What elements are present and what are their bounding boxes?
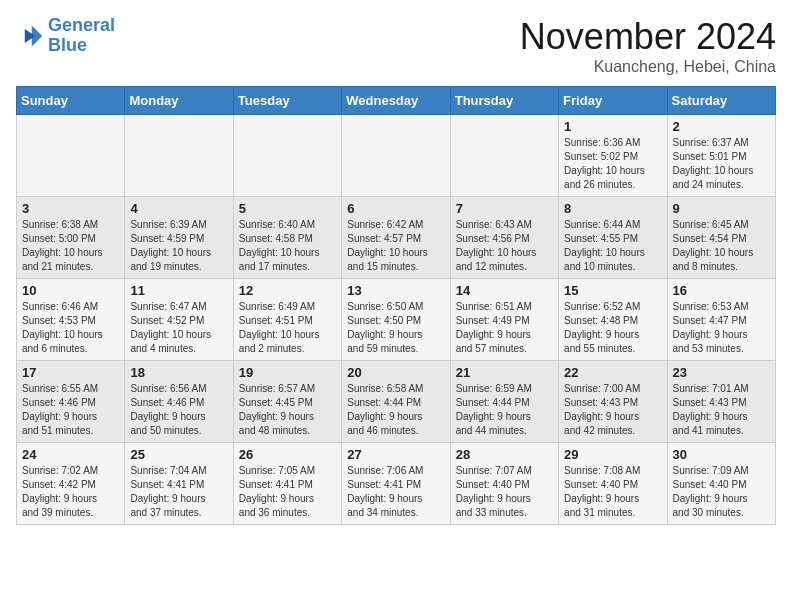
logo-icon (16, 22, 44, 50)
day-info: Sunrise: 6:47 AM Sunset: 4:52 PM Dayligh… (130, 300, 227, 356)
day-number: 14 (456, 283, 553, 298)
logo-text: General Blue (48, 16, 115, 56)
week-row-5: 24Sunrise: 7:02 AM Sunset: 4:42 PM Dayli… (17, 443, 776, 525)
day-cell: 22Sunrise: 7:00 AM Sunset: 4:43 PM Dayli… (559, 361, 667, 443)
day-number: 1 (564, 119, 661, 134)
day-info: Sunrise: 6:59 AM Sunset: 4:44 PM Dayligh… (456, 382, 553, 438)
day-cell: 30Sunrise: 7:09 AM Sunset: 4:40 PM Dayli… (667, 443, 775, 525)
day-number: 26 (239, 447, 336, 462)
day-number: 12 (239, 283, 336, 298)
weekday-wednesday: Wednesday (342, 87, 450, 115)
day-number: 11 (130, 283, 227, 298)
day-number: 27 (347, 447, 444, 462)
day-cell: 8Sunrise: 6:44 AM Sunset: 4:55 PM Daylig… (559, 197, 667, 279)
day-cell: 1Sunrise: 6:36 AM Sunset: 5:02 PM Daylig… (559, 115, 667, 197)
day-info: Sunrise: 7:08 AM Sunset: 4:40 PM Dayligh… (564, 464, 661, 520)
day-number: 30 (673, 447, 770, 462)
day-cell (17, 115, 125, 197)
day-cell: 4Sunrise: 6:39 AM Sunset: 4:59 PM Daylig… (125, 197, 233, 279)
title-block: November 2024 Kuancheng, Hebei, China (520, 16, 776, 76)
day-info: Sunrise: 7:06 AM Sunset: 4:41 PM Dayligh… (347, 464, 444, 520)
day-info: Sunrise: 6:56 AM Sunset: 4:46 PM Dayligh… (130, 382, 227, 438)
day-info: Sunrise: 6:57 AM Sunset: 4:45 PM Dayligh… (239, 382, 336, 438)
day-number: 18 (130, 365, 227, 380)
day-number: 9 (673, 201, 770, 216)
weekday-friday: Friday (559, 87, 667, 115)
day-cell: 3Sunrise: 6:38 AM Sunset: 5:00 PM Daylig… (17, 197, 125, 279)
day-info: Sunrise: 6:46 AM Sunset: 4:53 PM Dayligh… (22, 300, 119, 356)
day-info: Sunrise: 6:49 AM Sunset: 4:51 PM Dayligh… (239, 300, 336, 356)
day-cell: 29Sunrise: 7:08 AM Sunset: 4:40 PM Dayli… (559, 443, 667, 525)
day-number: 6 (347, 201, 444, 216)
day-cell: 14Sunrise: 6:51 AM Sunset: 4:49 PM Dayli… (450, 279, 558, 361)
day-cell: 11Sunrise: 6:47 AM Sunset: 4:52 PM Dayli… (125, 279, 233, 361)
day-cell: 13Sunrise: 6:50 AM Sunset: 4:50 PM Dayli… (342, 279, 450, 361)
day-info: Sunrise: 7:02 AM Sunset: 4:42 PM Dayligh… (22, 464, 119, 520)
day-info: Sunrise: 6:44 AM Sunset: 4:55 PM Dayligh… (564, 218, 661, 274)
day-cell: 2Sunrise: 6:37 AM Sunset: 5:01 PM Daylig… (667, 115, 775, 197)
day-number: 4 (130, 201, 227, 216)
day-number: 25 (130, 447, 227, 462)
day-number: 23 (673, 365, 770, 380)
day-number: 13 (347, 283, 444, 298)
day-cell: 25Sunrise: 7:04 AM Sunset: 4:41 PM Dayli… (125, 443, 233, 525)
day-number: 15 (564, 283, 661, 298)
day-info: Sunrise: 6:52 AM Sunset: 4:48 PM Dayligh… (564, 300, 661, 356)
day-info: Sunrise: 7:07 AM Sunset: 4:40 PM Dayligh… (456, 464, 553, 520)
day-number: 3 (22, 201, 119, 216)
day-info: Sunrise: 7:05 AM Sunset: 4:41 PM Dayligh… (239, 464, 336, 520)
day-cell: 19Sunrise: 6:57 AM Sunset: 4:45 PM Dayli… (233, 361, 341, 443)
day-cell: 16Sunrise: 6:53 AM Sunset: 4:47 PM Dayli… (667, 279, 775, 361)
day-cell: 15Sunrise: 6:52 AM Sunset: 4:48 PM Dayli… (559, 279, 667, 361)
day-info: Sunrise: 6:55 AM Sunset: 4:46 PM Dayligh… (22, 382, 119, 438)
day-cell: 20Sunrise: 6:58 AM Sunset: 4:44 PM Dayli… (342, 361, 450, 443)
weekday-sunday: Sunday (17, 87, 125, 115)
day-cell: 10Sunrise: 6:46 AM Sunset: 4:53 PM Dayli… (17, 279, 125, 361)
day-number: 10 (22, 283, 119, 298)
day-info: Sunrise: 6:36 AM Sunset: 5:02 PM Dayligh… (564, 136, 661, 192)
day-cell (342, 115, 450, 197)
day-cell (125, 115, 233, 197)
day-cell: 17Sunrise: 6:55 AM Sunset: 4:46 PM Dayli… (17, 361, 125, 443)
week-row-2: 3Sunrise: 6:38 AM Sunset: 5:00 PM Daylig… (17, 197, 776, 279)
day-number: 8 (564, 201, 661, 216)
day-info: Sunrise: 6:39 AM Sunset: 4:59 PM Dayligh… (130, 218, 227, 274)
day-info: Sunrise: 6:38 AM Sunset: 5:00 PM Dayligh… (22, 218, 119, 274)
day-number: 29 (564, 447, 661, 462)
day-number: 16 (673, 283, 770, 298)
day-cell: 5Sunrise: 6:40 AM Sunset: 4:58 PM Daylig… (233, 197, 341, 279)
day-number: 7 (456, 201, 553, 216)
weekday-tuesday: Tuesday (233, 87, 341, 115)
day-cell (450, 115, 558, 197)
day-cell: 12Sunrise: 6:49 AM Sunset: 4:51 PM Dayli… (233, 279, 341, 361)
day-info: Sunrise: 6:37 AM Sunset: 5:01 PM Dayligh… (673, 136, 770, 192)
day-cell: 26Sunrise: 7:05 AM Sunset: 4:41 PM Dayli… (233, 443, 341, 525)
day-number: 20 (347, 365, 444, 380)
weekday-saturday: Saturday (667, 87, 775, 115)
calendar-body: 1Sunrise: 6:36 AM Sunset: 5:02 PM Daylig… (17, 115, 776, 525)
day-info: Sunrise: 6:53 AM Sunset: 4:47 PM Dayligh… (673, 300, 770, 356)
day-number: 17 (22, 365, 119, 380)
day-cell (233, 115, 341, 197)
day-number: 2 (673, 119, 770, 134)
calendar-title: November 2024 (520, 16, 776, 58)
day-cell: 24Sunrise: 7:02 AM Sunset: 4:42 PM Dayli… (17, 443, 125, 525)
day-info: Sunrise: 7:00 AM Sunset: 4:43 PM Dayligh… (564, 382, 661, 438)
calendar-subtitle: Kuancheng, Hebei, China (520, 58, 776, 76)
weekday-thursday: Thursday (450, 87, 558, 115)
day-number: 21 (456, 365, 553, 380)
day-info: Sunrise: 6:50 AM Sunset: 4:50 PM Dayligh… (347, 300, 444, 356)
day-cell: 21Sunrise: 6:59 AM Sunset: 4:44 PM Dayli… (450, 361, 558, 443)
day-cell: 7Sunrise: 6:43 AM Sunset: 4:56 PM Daylig… (450, 197, 558, 279)
week-row-4: 17Sunrise: 6:55 AM Sunset: 4:46 PM Dayli… (17, 361, 776, 443)
page-header: General Blue November 2024 Kuancheng, He… (16, 16, 776, 76)
day-info: Sunrise: 6:43 AM Sunset: 4:56 PM Dayligh… (456, 218, 553, 274)
day-info: Sunrise: 7:09 AM Sunset: 4:40 PM Dayligh… (673, 464, 770, 520)
day-number: 5 (239, 201, 336, 216)
day-number: 28 (456, 447, 553, 462)
day-cell: 28Sunrise: 7:07 AM Sunset: 4:40 PM Dayli… (450, 443, 558, 525)
day-info: Sunrise: 7:04 AM Sunset: 4:41 PM Dayligh… (130, 464, 227, 520)
day-cell: 9Sunrise: 6:45 AM Sunset: 4:54 PM Daylig… (667, 197, 775, 279)
calendar-table: SundayMondayTuesdayWednesdayThursdayFrid… (16, 86, 776, 525)
day-cell: 18Sunrise: 6:56 AM Sunset: 4:46 PM Dayli… (125, 361, 233, 443)
